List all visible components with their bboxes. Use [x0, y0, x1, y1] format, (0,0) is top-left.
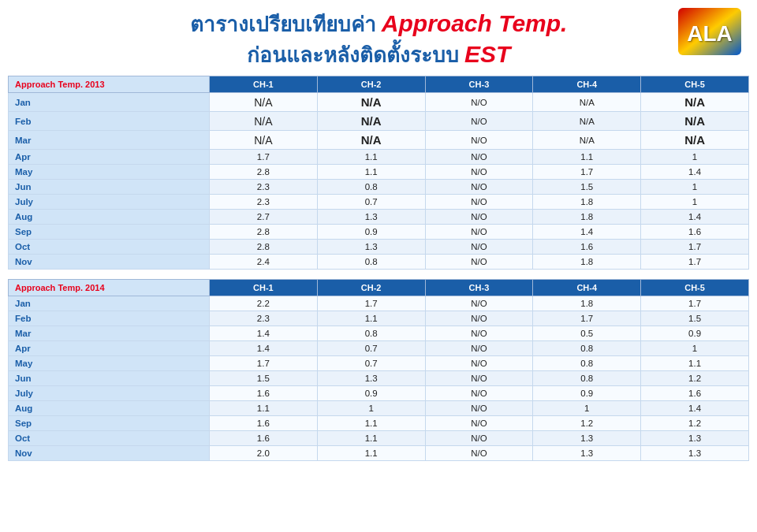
col-header-ch4-2014: CH-4 — [533, 280, 641, 296]
ch4-cell: 1.7 — [533, 165, 641, 180]
ch1-cell: N/A — [209, 131, 317, 150]
ch1-cell: 1.7 — [209, 150, 317, 165]
month-cell: Sep — [9, 416, 210, 431]
ch2-cell: 1.1 — [317, 150, 425, 165]
month-cell: Jun — [9, 180, 210, 195]
ch3-cell: N/O — [425, 401, 533, 416]
logo-image: ALA — [678, 8, 741, 55]
ch5-cell: 1.1 — [641, 356, 749, 371]
ch5-cell: N/A — [641, 131, 749, 150]
ch2-cell: 0.8 — [317, 180, 425, 195]
ch1-cell: 2.8 — [209, 225, 317, 240]
ch3-cell: N/O — [425, 255, 533, 270]
ch4-cell: N/A — [533, 131, 641, 150]
ch1-cell: 2.3 — [209, 180, 317, 195]
svg-text:ALA: ALA — [687, 21, 733, 46]
ch1-cell: 1.6 — [209, 386, 317, 401]
table-row: JanN/AN/AN/ON/AN/A — [9, 93, 749, 112]
ch2-cell: 1.7 — [317, 296, 425, 311]
table-row: Jan2.21.7N/O1.81.7 — [9, 296, 749, 311]
ch1-cell: 2.7 — [209, 210, 317, 225]
ch3-cell: N/O — [425, 225, 533, 240]
table-2013: Approach Temp. 2013 CH-1 CH-2 CH-3 CH-4 … — [8, 76, 749, 270]
col-header-ch2-2013: CH-2 — [317, 76, 425, 93]
month-cell: Feb — [9, 311, 210, 326]
ch2-cell: 1 — [317, 401, 425, 416]
ch3-cell: N/O — [425, 371, 533, 386]
ch1-cell: 2.8 — [209, 240, 317, 255]
table-row: May1.70.7N/O0.81.1 — [9, 356, 749, 371]
ch4-cell: 1.3 — [533, 446, 641, 461]
table-row: May2.81.1N/O1.71.4 — [9, 165, 749, 180]
ch1-cell: 2.3 — [209, 311, 317, 326]
month-cell: Aug — [9, 401, 210, 416]
ch2-cell: 0.7 — [317, 356, 425, 371]
ch3-cell: N/O — [425, 296, 533, 311]
ch1-cell: 2.0 — [209, 446, 317, 461]
ch5-cell: 1.7 — [641, 296, 749, 311]
table-row: Feb2.31.1N/O1.71.5 — [9, 311, 749, 326]
logo: ALA — [678, 8, 741, 55]
ch1-cell: 1.4 — [209, 326, 317, 341]
ch5-cell: 1.2 — [641, 371, 749, 386]
table-row: Oct2.81.3N/O1.61.7 — [9, 240, 749, 255]
month-cell: Jan — [9, 296, 210, 311]
ch3-cell: N/O — [425, 311, 533, 326]
table-row: Nov2.40.8N/O1.81.7 — [9, 255, 749, 270]
ch3-cell: N/O — [425, 341, 533, 356]
ch5-cell: 1.7 — [641, 255, 749, 270]
ch5-cell: 1.5 — [641, 311, 749, 326]
ch1-cell: 1.5 — [209, 371, 317, 386]
table-row: MarN/AN/AN/ON/AN/A — [9, 131, 749, 150]
table-row: Nov2.01.1N/O1.31.3 — [9, 446, 749, 461]
ch3-cell: N/O — [425, 326, 533, 341]
table-2014-header: Approach Temp. 2014 — [9, 280, 210, 296]
ch2-cell: N/A — [317, 112, 425, 131]
ch5-cell: 1.7 — [641, 240, 749, 255]
col-header-ch5-2014: CH-5 — [641, 280, 749, 296]
ch3-cell: N/O — [425, 240, 533, 255]
table-row: July2.30.7N/O1.81 — [9, 195, 749, 210]
ch2-cell: 1.3 — [317, 210, 425, 225]
table-row: Aug1.11N/O11.4 — [9, 401, 749, 416]
ch4-cell: 0.8 — [533, 371, 641, 386]
table-row: Jun1.51.3N/O0.81.2 — [9, 371, 749, 386]
ch4-cell: 0.8 — [533, 356, 641, 371]
ch4-cell: 1.3 — [533, 431, 641, 446]
ch3-cell: N/O — [425, 356, 533, 371]
ch3-cell: N/O — [425, 195, 533, 210]
ch5-cell: 1 — [641, 195, 749, 210]
page-title: ตารางเปรียบเทียบค่า Approach Temp. ก่อนแ… — [0, 8, 757, 69]
ch4-cell: 0.5 — [533, 326, 641, 341]
ch2-cell: 0.7 — [317, 195, 425, 210]
ch1-cell: 2.2 — [209, 296, 317, 311]
ch3-cell: N/O — [425, 131, 533, 150]
ch3-cell: N/O — [425, 446, 533, 461]
ch4-cell: 1 — [533, 401, 641, 416]
col-header-ch5-2013: CH-5 — [641, 76, 749, 93]
col-header-ch1-2013: CH-1 — [209, 76, 317, 93]
month-cell: Mar — [9, 326, 210, 341]
table-row: Apr1.71.1N/O1.11 — [9, 150, 749, 165]
month-cell: Aug — [9, 210, 210, 225]
month-cell: Nov — [9, 255, 210, 270]
ch4-cell: 1.8 — [533, 195, 641, 210]
table-row: Apr1.40.7N/O0.81 — [9, 341, 749, 356]
ch1-cell: 1.6 — [209, 431, 317, 446]
col-header-ch1-2014: CH-1 — [209, 280, 317, 296]
ch2-cell: N/A — [317, 131, 425, 150]
ch5-cell: 1 — [641, 180, 749, 195]
ch4-cell: 1.6 — [533, 240, 641, 255]
col-header-ch4-2013: CH-4 — [533, 76, 641, 93]
ch2-cell: 1.1 — [317, 165, 425, 180]
month-cell: Jun — [9, 371, 210, 386]
month-cell: Sep — [9, 225, 210, 240]
col-header-ch2-2014: CH-2 — [317, 280, 425, 296]
ch3-cell: N/O — [425, 180, 533, 195]
ch4-cell: 1.8 — [533, 296, 641, 311]
ch3-cell: N/O — [425, 416, 533, 431]
ch4-cell: 0.8 — [533, 341, 641, 356]
tables-container: Approach Temp. 2013 CH-1 CH-2 CH-3 CH-4 … — [0, 76, 757, 461]
ch4-cell: 1.8 — [533, 255, 641, 270]
ch3-cell: N/O — [425, 210, 533, 225]
